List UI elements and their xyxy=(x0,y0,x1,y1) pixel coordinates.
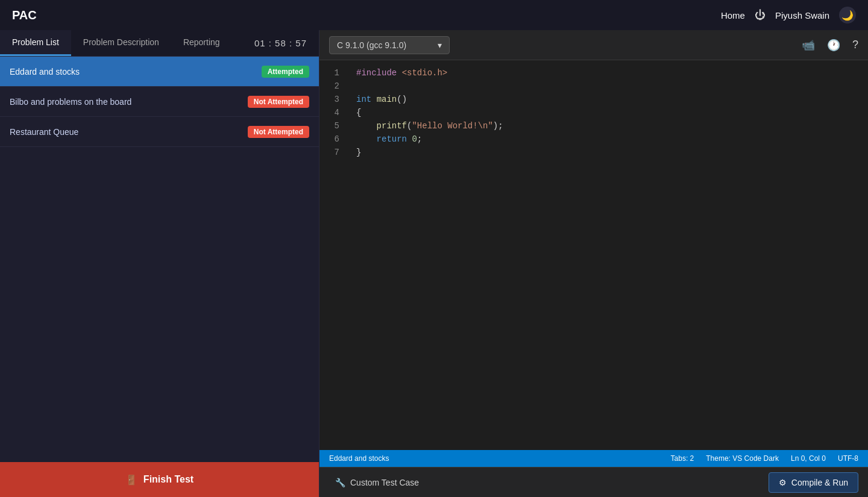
status-badge: Not Attempted xyxy=(248,126,309,138)
problem-item[interactable]: Restaurant Queue Not Attempted xyxy=(0,117,319,147)
compile-run-label: Compile & Run xyxy=(791,478,848,487)
navbar: PAC Home ⏻ Piyush Swain 🌙 xyxy=(0,0,868,30)
editor-toolbar: C 9.1.0 (gcc 9.1.0) ▾ 📹 🕐 ? xyxy=(319,30,868,60)
editor-area: C 9.1.0 (gcc 9.1.0) ▾ 📹 🕐 ? 1 2 3 4 5 6 … xyxy=(319,30,868,497)
test-icon: 🔧 xyxy=(335,478,345,487)
problem-name: Eddard and stocks xyxy=(10,67,80,77)
line-number: 2 xyxy=(327,80,339,93)
gear-icon: ⚙ xyxy=(779,478,787,487)
problem-list: Eddard and stocks Attempted Bilbo and pr… xyxy=(0,57,319,462)
timer: 01 : 58 : 57 xyxy=(242,38,319,48)
tabbar: Problem List Problem Description Reporti… xyxy=(0,30,319,57)
status-bar: Eddard and stocks Tabs: 2 Theme: VS Code… xyxy=(319,450,868,467)
finish-test-label: Finish Test xyxy=(143,474,193,485)
main-layout: Problem List Problem Description Reporti… xyxy=(0,30,868,497)
line-numbers: 1 2 3 4 5 6 7 xyxy=(319,60,347,450)
line-number: 1 xyxy=(327,66,339,80)
chevron-down-icon: ▾ xyxy=(438,40,442,50)
line-number: 3 xyxy=(327,93,339,106)
line-number: 5 xyxy=(327,119,339,133)
status-encoding: UTF-8 xyxy=(838,454,858,463)
status-theme: Theme: VS Code Dark xyxy=(706,454,779,463)
status-badge: Attempted xyxy=(262,66,309,78)
problem-item[interactable]: Bilbo and problems on the board Not Atte… xyxy=(0,87,319,117)
compile-run-button[interactable]: ⚙ Compile & Run xyxy=(769,472,858,493)
status-badge: Not Attempted xyxy=(248,96,309,108)
status-right: Tabs: 2 Theme: VS Code Dark Ln 0, Col 0 … xyxy=(671,454,858,463)
finish-test-content: 🚪 Finish Test xyxy=(125,474,193,486)
language-selector[interactable]: C 9.1.0 (gcc 9.1.0) ▾ xyxy=(329,36,450,54)
editor-toolbar-right: 📹 🕐 ? xyxy=(802,39,858,52)
line-number: 4 xyxy=(327,106,339,119)
code-content[interactable]: #include <stdio.h> int main() { printf("… xyxy=(347,60,868,450)
status-problem-name: Eddard and stocks xyxy=(329,454,389,463)
video-icon[interactable]: 📹 xyxy=(802,39,815,52)
bottom-bar: 🔧 Custom Test Case ⚙ Compile & Run xyxy=(319,467,868,497)
finish-test-icon: 🚪 xyxy=(125,474,137,486)
user-name: Piyush Swain xyxy=(775,10,829,20)
navbar-right: Home ⏻ Piyush Swain 🌙 xyxy=(721,7,856,23)
tab-reporting[interactable]: Reporting xyxy=(171,30,232,56)
line-number: 6 xyxy=(327,133,339,146)
problem-item[interactable]: Eddard and stocks Attempted xyxy=(0,57,319,87)
problem-name: Bilbo and problems on the board xyxy=(10,97,131,107)
history-icon[interactable]: 🕐 xyxy=(827,39,840,52)
home-link[interactable]: Home xyxy=(721,10,745,20)
app-brand: PAC xyxy=(12,8,37,22)
custom-test-label: Custom Test Case xyxy=(350,478,419,487)
tab-problem-list[interactable]: Problem List xyxy=(0,30,71,56)
line-number: 7 xyxy=(327,146,339,159)
code-editor[interactable]: 1 2 3 4 5 6 7 #include <stdio.h> int mai… xyxy=(319,60,868,450)
tab-problem-description[interactable]: Problem Description xyxy=(71,30,171,56)
status-tabs: Tabs: 2 xyxy=(671,454,694,463)
custom-test-button[interactable]: 🔧 Custom Test Case xyxy=(329,474,425,491)
theme-toggle[interactable]: 🌙 xyxy=(839,7,856,23)
power-icon[interactable]: ⏻ xyxy=(755,9,766,22)
tab-list: Problem List Problem Description Reporti… xyxy=(0,30,232,56)
help-icon[interactable]: ? xyxy=(852,39,858,51)
sidebar: Problem List Problem Description Reporti… xyxy=(0,30,319,497)
status-position: Ln 0, Col 0 xyxy=(791,454,826,463)
finish-test-bar[interactable]: 🚪 Finish Test xyxy=(0,462,319,497)
problem-name: Restaurant Queue xyxy=(10,127,78,137)
language-label: C 9.1.0 (gcc 9.1.0) xyxy=(337,40,406,50)
